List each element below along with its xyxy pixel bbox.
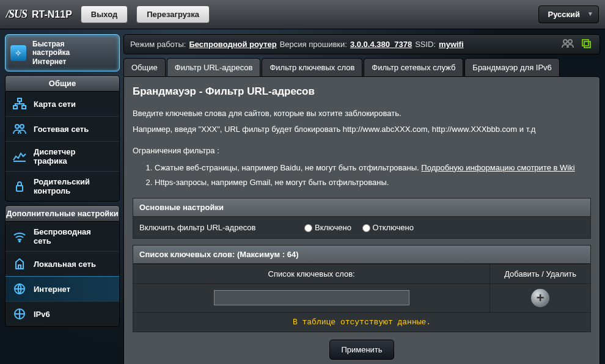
sidebar-item-label: Локальная сеть [34, 260, 96, 269]
enable-filter-label: Включить фильтр URL-адресов [139, 223, 304, 232]
sidebar-item-parental-control[interactable]: Родительскийконтроль [6, 171, 119, 201]
sidebar-item-guest-network[interactable]: Гостевая сеть [6, 116, 119, 141]
svg-rect-5 [16, 186, 23, 191]
sidebar-item-label: Гостевая сеть [34, 125, 89, 134]
model-text: RT-N11P [32, 9, 72, 20]
ipv6-icon [12, 307, 28, 321]
wand-icon: ✧ [10, 45, 26, 61]
firmware-label: Версия прошивки: [280, 40, 347, 49]
ssid-label: SSID: [415, 40, 436, 49]
sidebar-item-label: Диспетчертрафика [34, 147, 75, 166]
lan-icon [12, 257, 28, 271]
radio-on-label[interactable]: Включено [304, 223, 351, 232]
sidebar-item-wan[interactable]: Интернет [6, 276, 119, 301]
traffic-manager-icon [12, 150, 28, 163]
firmware-link[interactable]: 3.0.0.4.380_7378 [350, 40, 412, 49]
svg-rect-7 [18, 265, 21, 269]
sidebar-item-traffic-manager[interactable]: Диспетчертрафика [6, 141, 119, 171]
svg-point-4 [20, 125, 24, 128]
language-select[interactable]: Русский [538, 5, 599, 23]
sidebar-item-wireless[interactable]: Беспроводнаясеть [6, 222, 119, 251]
page-title: Брандмауэр - Фильтр URL-адресов [133, 86, 591, 98]
wireless-icon [12, 230, 28, 243]
sidebar-item-label: Родительскийконтроль [34, 177, 90, 195]
keyword-input[interactable] [214, 290, 409, 305]
svg-point-11 [568, 40, 572, 43]
keyword-list-header: Список ключевых слов: (Максимум : 64) [133, 245, 591, 264]
sidebar-item-label: Карта сети [34, 100, 76, 109]
sidebar-item-label: IPv6 [34, 310, 50, 319]
sidebar-item-label: Беспроводнаясеть [34, 227, 91, 246]
ssid-link[interactable]: mywifi [439, 40, 463, 49]
brand-text: /SUS [6, 8, 27, 21]
limit-item-2: Https-запросы, например Gmail, не могут … [155, 175, 591, 191]
tab-keyword-filter[interactable]: Фильтр ключевых слов [262, 58, 362, 76]
parental-control-icon [12, 180, 28, 193]
sidebar-item-lan[interactable]: Локальная сеть [6, 251, 119, 276]
guest-network-icon [12, 122, 28, 136]
limits-heading: Ограничения фильтра : [133, 145, 591, 157]
intro-text-1: Введите ключевые слова для сайтов, котор… [133, 107, 591, 120]
tab-general[interactable]: Общие [123, 58, 166, 76]
svg-point-6 [19, 241, 20, 242]
radio-enable-on[interactable] [304, 224, 312, 232]
sidebar-item-ipv6[interactable]: IPv6 [6, 301, 119, 326]
tab-ipv6-firewall[interactable]: Брандмауэр для IPv6 [464, 58, 559, 76]
svg-point-3 [15, 125, 19, 128]
column-action: Добавить / Удалить [490, 264, 591, 283]
limit-item-1: Сжатые веб-страницы, например Baidu, не … [155, 161, 591, 176]
add-keyword-button[interactable]: + [531, 289, 549, 307]
sidebar-item-label: Интернет [34, 285, 70, 294]
radio-off-label[interactable]: Отключено [362, 223, 414, 232]
quick-internet-setup-button[interactable]: ✧ БыстраянастройкаИнтернет [5, 34, 120, 71]
tab-service-filter[interactable]: Фильтр сетевых служб [364, 58, 463, 76]
basic-settings-header: Основные настройки [133, 198, 591, 217]
tab-url-filter[interactable]: Фильтр URL-адресов [167, 58, 261, 76]
nav-general-header: Общие [5, 75, 120, 92]
qis-label: БыстраянастройкаИнтернет [32, 40, 70, 66]
clients-icon[interactable] [562, 38, 574, 50]
wiki-link[interactable]: Подробную информацию смотрите в Wiki [421, 163, 574, 172]
apply-button[interactable]: Применить [329, 340, 394, 360]
brand-logo: /SUS RT-N11P [6, 8, 72, 21]
empty-table-message: В таблице отсутствуют данные. [133, 312, 591, 332]
status-bar: Режим работы: Беспроводной роутер Версия… [123, 34, 600, 54]
radio-enable-off[interactable] [362, 224, 370, 232]
logout-button[interactable]: Выход [81, 5, 128, 23]
svg-rect-1 [13, 106, 17, 109]
intro-text-2: Например, введя "XXX", URL фильтр будет … [133, 123, 591, 136]
svg-rect-12 [584, 42, 590, 48]
mode-label: Режим работы: [130, 40, 186, 49]
reboot-button[interactable]: Перезагрузка [136, 5, 210, 23]
svg-point-10 [563, 40, 567, 43]
column-keyword: Список ключевых слов: [133, 264, 490, 283]
mode-link[interactable]: Беспроводной роутер [189, 40, 276, 49]
wan-icon [12, 282, 28, 296]
svg-rect-2 [22, 106, 26, 109]
svg-rect-13 [582, 40, 588, 46]
network-map-icon [12, 97, 28, 111]
sidebar-item-network-map[interactable]: Карта сети [6, 92, 119, 116]
svg-rect-0 [18, 98, 21, 101]
nav-advanced-header: Дополнительные настройки [5, 205, 120, 222]
monitor-icon[interactable] [581, 38, 593, 50]
